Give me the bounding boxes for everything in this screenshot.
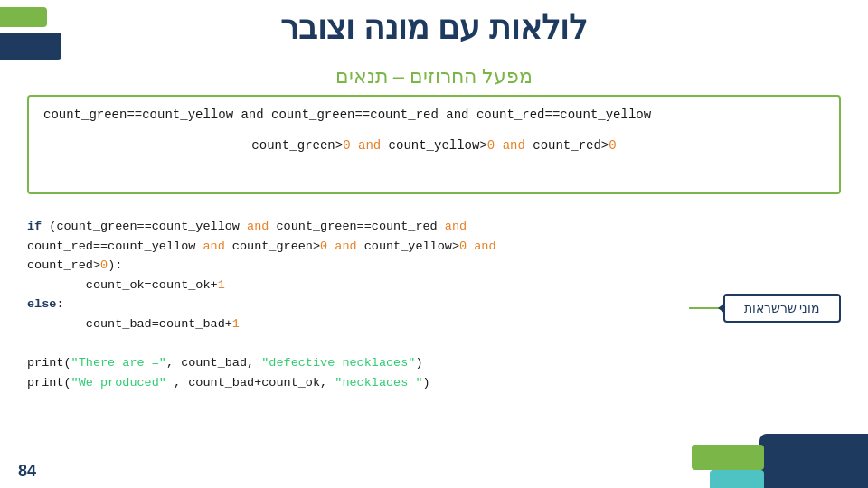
print2-str2: "necklaces "	[335, 376, 422, 389]
num-1b: 1	[232, 317, 240, 331]
tooltip-text: מוני שרשראות	[744, 301, 821, 315]
print1-open: print(	[27, 356, 71, 370]
code-indent1: count_ok=count_ok+	[27, 278, 218, 292]
code-if-and5: and	[467, 239, 495, 253]
green-top-bar	[0, 7, 47, 27]
cond-green: count_green>	[251, 138, 343, 153]
cond-num2: 0	[487, 138, 495, 153]
code-else-colon: :	[56, 297, 63, 311]
and-3: and	[203, 239, 224, 253]
tooltip-box: מוני שרשראות	[723, 294, 841, 323]
condition-line1: count_green==count_yellow and count_gree…	[43, 108, 825, 122]
print2-close: )	[423, 376, 430, 389]
code-indent2: count_bad=count_bad+	[27, 317, 232, 331]
and-4: and	[335, 239, 356, 253]
code-if-mid5: count_yellow>	[357, 239, 459, 253]
code-line-if2: count_red==count_yellow and count_green>…	[27, 237, 841, 257]
print2-mid: , count_bad+count_ok,	[166, 376, 335, 389]
num-0a: 0	[320, 239, 327, 253]
print1-close: )	[415, 356, 422, 370]
bottom-green-decoration	[692, 445, 764, 470]
page-title: לולאות עם מונה וצובר	[72, 9, 796, 47]
print1-mid: , count_bad,	[166, 356, 261, 370]
condition-line2: count_green>0 and count_yellow>0 and cou…	[43, 138, 825, 153]
code-if-open: (count_green==count_yellow	[49, 220, 247, 233]
and-1: and	[247, 220, 269, 233]
cond-num1: 0	[343, 138, 350, 153]
code-line-print2: print("We produced" , count_bad+count_ok…	[27, 373, 841, 393]
cond-and2: and	[503, 138, 533, 153]
code-line-ok: count_ok=count_ok+1	[27, 276, 841, 296]
print2-open: print(	[27, 376, 71, 389]
keyword-else: else	[27, 297, 56, 311]
blue-top-bar	[0, 33, 61, 60]
print2-str1: "We produced"	[71, 376, 166, 389]
page-number: 84	[18, 462, 36, 481]
code-line-print1: print("There are =", count_bad, "defecti…	[27, 353, 841, 373]
num-0b: 0	[459, 239, 467, 253]
code-if-red: count_red>	[27, 258, 100, 272]
print1-str2: "defective necklaces"	[261, 356, 415, 370]
print1-str1: "There are ="	[71, 356, 166, 370]
code-line-bad: count_bad=count_bad+1	[27, 314, 841, 334]
condition-text1: count_green==count_yellow and count_gree…	[43, 108, 651, 122]
bottom-blue-decoration	[760, 434, 868, 488]
code-if-mid1: count_green==count_red	[269, 220, 444, 233]
bottom-teal-decoration	[710, 470, 764, 488]
code-line-if3: count_red>0):	[27, 256, 841, 276]
code-line-blank	[27, 334, 841, 354]
num-0c: 0	[100, 258, 108, 272]
cond-yellow: count_yellow>	[389, 138, 487, 153]
code-if-mid2: count_red==count_yellow	[27, 239, 203, 253]
code-if-close: ):	[108, 258, 122, 272]
keyword-if: if	[27, 220, 49, 233]
page-subtitle: מפעל החרוזים – תנאים	[72, 65, 796, 89]
condition-box: count_green==count_yellow and count_gree…	[27, 95, 841, 194]
and-2: and	[445, 220, 467, 233]
cond-and1: and	[358, 138, 389, 153]
cond-num3: 0	[609, 138, 616, 153]
code-line-if: if (count_green==count_yellow and count_…	[27, 217, 841, 237]
code-if-mid3: count_green>	[225, 239, 320, 253]
num-1a: 1	[218, 278, 225, 292]
cond-red: count_red>	[533, 138, 609, 153]
